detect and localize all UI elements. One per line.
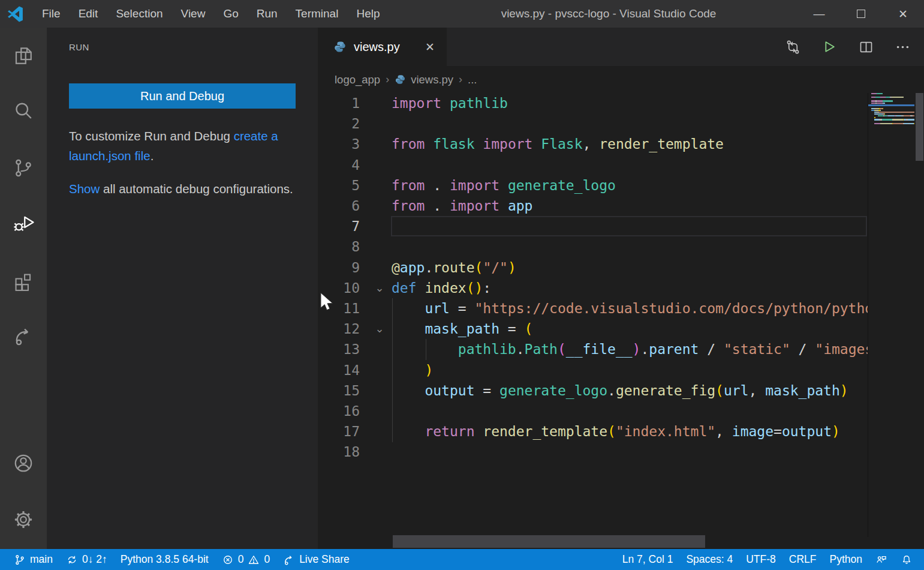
fold-chevron-icon[interactable]: ⌄ [371, 278, 389, 298]
sidebar-item-source-control[interactable] [0, 152, 47, 184]
python-interpreter-indicator[interactable]: Python 3.8.5 64-bit [114, 549, 215, 570]
sidebar-item-search[interactable] [0, 95, 47, 127]
menu-help[interactable]: Help [347, 0, 389, 28]
branch-indicator[interactable]: main [7, 549, 59, 570]
language-label: Python [830, 553, 862, 566]
sidebar-item-accounts[interactable] [0, 448, 47, 479]
line-number[interactable]: 13 [318, 339, 360, 359]
tab-views-py[interactable]: views.py ✕ [318, 28, 447, 66]
status-bar: main 0↓ 2↑ Python 3.8.5 64-bit 0 0 [0, 549, 924, 570]
code-line[interactable]: ) [392, 360, 868, 380]
split-editor-icon[interactable] [858, 39, 874, 55]
line-number[interactable]: 17 [318, 421, 360, 442]
line-number[interactable]: 1 [318, 93, 360, 113]
line-number[interactable]: 16 [318, 401, 360, 421]
minimap-line [871, 115, 914, 116]
menu-run[interactable]: Run [248, 0, 287, 28]
code-area[interactable]: import pathlibfrom flask import Flask, r… [392, 93, 868, 537]
branch-name: main [30, 553, 53, 566]
code-line[interactable]: from . import generate_logo [392, 175, 868, 196]
minimize-button[interactable]: — [798, 0, 840, 28]
notifications-button[interactable] [894, 549, 919, 570]
encoding-indicator[interactable]: UTF-8 [739, 549, 782, 570]
line-number[interactable]: 9 [318, 257, 360, 278]
line-number[interactable]: 10 [318, 278, 360, 298]
files-icon [13, 45, 34, 67]
problems-indicator[interactable]: 0 0 [215, 549, 276, 570]
code-line[interactable]: url = "https://code.visualstudio.com/doc… [392, 298, 868, 319]
live-share-indicator[interactable]: Live Share [276, 549, 356, 570]
run-icon[interactable] [821, 39, 838, 55]
search-icon [13, 100, 34, 122]
breadcrumb-folder[interactable]: logo_app [335, 73, 380, 86]
breadcrumb-symbol[interactable]: ... [468, 73, 477, 86]
sidebar-item-live-share[interactable] [0, 320, 47, 352]
customize-hint-text: To customize Run and Debug create a laun… [69, 126, 302, 166]
line-number[interactable]: 2 [318, 113, 360, 134]
line-number[interactable]: 4 [318, 155, 360, 175]
feedback-button[interactable] [869, 549, 894, 570]
line-number[interactable]: 18 [318, 442, 360, 462]
chevron-right-icon: › [459, 73, 462, 86]
maximize-button[interactable] [840, 0, 882, 28]
minimap[interactable] [868, 93, 914, 537]
indent-label: Spaces: 4 [686, 553, 733, 566]
menu-file[interactable]: File [33, 0, 70, 28]
code-line[interactable]: return render_template("index.html", ima… [392, 421, 868, 442]
line-number[interactable]: 7 [318, 216, 360, 236]
menu-go[interactable]: Go [214, 0, 247, 28]
code-line[interactable]: output = generate_logo.generate_fig(url,… [392, 380, 868, 401]
horizontal-scrollbar-thumb[interactable] [393, 535, 705, 548]
sync-indicator[interactable]: 0↓ 2↑ [59, 549, 114, 570]
editor-gutter[interactable]: 12345678910⌄1112⌄131415161718 [318, 93, 392, 537]
menu-terminal[interactable]: Terminal [287, 0, 348, 28]
line-number[interactable]: 12 [318, 319, 360, 339]
fold-chevron-icon[interactable]: ⌄ [371, 319, 389, 339]
code-line[interactable]: from flask import Flask, render_template [392, 134, 868, 154]
code-line[interactable]: import pathlib [392, 93, 868, 113]
horizontal-scrollbar[interactable] [392, 535, 868, 548]
sync-icon [66, 554, 78, 566]
line-number[interactable]: 5 [318, 175, 360, 196]
compare-changes-icon[interactable] [785, 39, 801, 55]
line-number[interactable]: 14 [318, 360, 360, 380]
indentation-indicator[interactable]: Spaces: 4 [679, 549, 739, 570]
eol-indicator[interactable]: CRLF [782, 549, 823, 570]
menu-selection[interactable]: Selection [107, 0, 171, 28]
menu-view[interactable]: View [172, 0, 215, 28]
cursor-position-indicator[interactable]: Ln 7, Col 1 [616, 549, 680, 570]
menu-edit[interactable]: Edit [70, 0, 107, 28]
sidebar-item-extensions[interactable] [0, 265, 47, 296]
code-editor[interactable]: 12345678910⌄1112⌄131415161718 import pat… [318, 93, 924, 549]
more-actions-icon[interactable] [895, 39, 911, 55]
line-number[interactable]: 3 [318, 134, 360, 154]
code-line[interactable]: def index(): [392, 278, 868, 298]
python-icon [395, 74, 406, 85]
vertical-scrollbar[interactable] [914, 93, 924, 537]
maximize-icon [857, 10, 865, 18]
line-number[interactable]: 6 [318, 196, 360, 216]
minimap-line [871, 117, 875, 118]
line-number[interactable]: 8 [318, 236, 360, 257]
tab-close-icon[interactable]: ✕ [422, 38, 438, 55]
breadcrumb-file[interactable]: views.py [411, 73, 453, 86]
code-line[interactable]: from . import app [392, 196, 868, 216]
feedback-icon [875, 554, 887, 566]
code-line[interactable]: mask_path = ( [392, 319, 868, 339]
language-mode-indicator[interactable]: Python [823, 549, 869, 570]
sidebar-item-explorer[interactable] [0, 40, 47, 71]
line-number[interactable]: 15 [318, 380, 360, 401]
sidebar-item-run-and-debug[interactable] [0, 208, 47, 239]
sidebar-item-settings[interactable] [0, 504, 47, 535]
show-link[interactable]: Show [69, 182, 100, 196]
account-icon [13, 452, 34, 474]
code-line[interactable]: @app.route("/") [392, 257, 868, 278]
run-and-debug-button[interactable]: Run and Debug [69, 83, 296, 109]
vertical-scrollbar-thumb[interactable] [916, 93, 923, 161]
interpreter-label: Python 3.8.5 64-bit [121, 553, 209, 566]
git-branch-icon [13, 157, 34, 179]
close-button[interactable]: ✕ [882, 0, 924, 28]
debug-icon [13, 213, 34, 235]
line-number[interactable]: 11 [318, 298, 360, 319]
code-line[interactable]: pathlib.Path(__file__).parent / "static"… [392, 339, 868, 359]
